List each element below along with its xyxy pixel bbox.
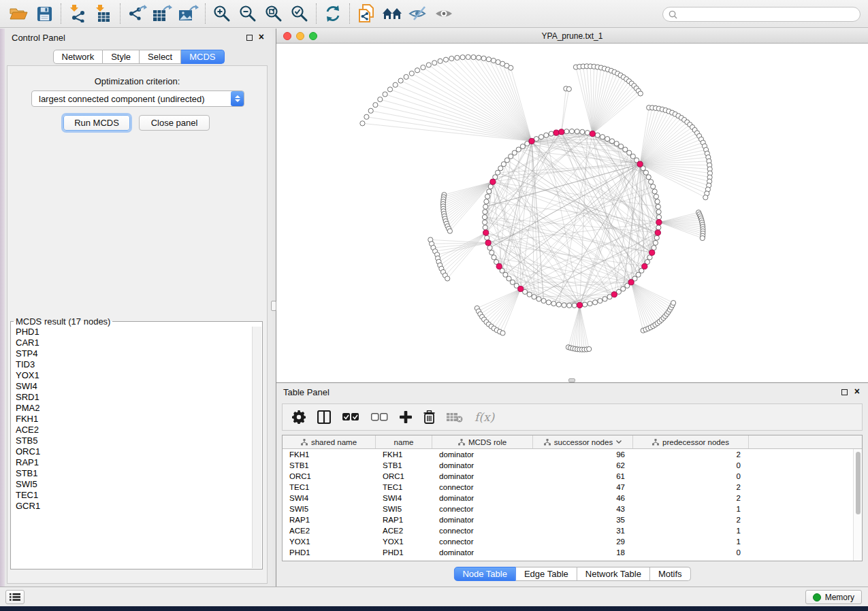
table-row[interactable]: STB1STB1dominator620	[283, 460, 853, 471]
network-node[interactable]	[364, 114, 369, 119]
network-node[interactable]	[481, 56, 486, 61]
network-node[interactable]	[562, 303, 566, 308]
table-settings-button[interactable]	[292, 407, 306, 427]
dominator-node[interactable]	[611, 292, 617, 297]
network-node[interactable]	[656, 215, 661, 220]
mcds-result-item[interactable]: PHD1	[12, 327, 252, 337]
tab-select[interactable]: Select	[140, 50, 181, 64]
network-node[interactable]	[551, 301, 556, 306]
scrollbar-thumb[interactable]	[856, 452, 861, 514]
network-node[interactable]	[585, 131, 590, 135]
network-node[interactable]	[532, 295, 536, 299]
dominator-node[interactable]	[518, 286, 524, 292]
network-node[interactable]	[520, 144, 525, 149]
export-network-button[interactable]	[124, 2, 150, 25]
close-panel-icon[interactable]: ×	[854, 386, 860, 397]
network-node[interactable]	[656, 225, 661, 230]
mcds-result-item[interactable]: PMA2	[12, 403, 252, 414]
neighbors-button[interactable]	[379, 2, 405, 25]
network-node[interactable]	[609, 139, 614, 144]
network-node[interactable]	[643, 170, 648, 175]
mcds-list-scrollbar[interactable]	[252, 327, 261, 568]
network-node[interactable]	[455, 55, 460, 60]
mcds-result-item[interactable]: STP4	[12, 348, 252, 359]
network-node[interactable]	[544, 133, 549, 137]
network-node[interactable]	[587, 346, 592, 351]
mcds-result-item[interactable]: TID3	[12, 359, 252, 370]
network-node[interactable]	[652, 189, 657, 194]
network-node[interactable]	[539, 135, 543, 139]
tab-network[interactable]: Network	[52, 50, 103, 64]
network-node[interactable]	[567, 303, 572, 308]
network-node[interactable]	[588, 301, 592, 306]
network-node[interactable]	[415, 68, 419, 73]
splitter-handle[interactable]	[271, 301, 276, 311]
mcds-result-item[interactable]: CAR1	[12, 337, 252, 348]
mcds-result-item[interactable]: YOX1	[12, 370, 252, 381]
dominator-node[interactable]	[553, 130, 559, 135]
mcds-result-item[interactable]: TEC1	[12, 490, 252, 501]
network-node[interactable]	[496, 170, 500, 175]
table-row[interactable]: TEC1TEC1connector472	[283, 482, 853, 493]
open-session-button[interactable]	[5, 2, 31, 25]
dominator-node[interactable]	[496, 263, 502, 269]
dominator-node[interactable]	[642, 263, 647, 269]
hide-selected-button[interactable]	[405, 2, 431, 25]
network-node[interactable]	[482, 215, 487, 220]
dominator-node[interactable]	[559, 129, 564, 135]
zoom-selected-button[interactable]	[287, 2, 312, 25]
tab-motifs[interactable]: Motifs	[650, 567, 691, 581]
network-node[interactable]	[438, 59, 443, 63]
dominator-node[interactable]	[590, 131, 595, 137]
table-row[interactable]: RAP1RAP1dominator352	[283, 514, 853, 525]
network-node[interactable]	[409, 71, 414, 76]
network-node[interactable]	[443, 57, 448, 62]
save-session-button[interactable]	[31, 2, 57, 25]
run-mcds-button[interactable]: Run MCDS	[63, 115, 130, 131]
float-panel-icon[interactable]	[841, 389, 848, 395]
network-node[interactable]	[655, 199, 660, 204]
network-node[interactable]	[654, 235, 659, 240]
zoom-in-button[interactable]	[209, 2, 235, 25]
network-node[interactable]	[549, 131, 553, 136]
network-node[interactable]	[605, 137, 610, 142]
network-node[interactable]	[373, 103, 378, 108]
network-node[interactable]	[487, 189, 492, 194]
network-node[interactable]	[598, 299, 602, 303]
network-node[interactable]	[483, 204, 488, 209]
network-node[interactable]	[445, 276, 450, 281]
table-row[interactable]: FKH1FKH1dominator962	[283, 449, 853, 460]
network-node[interactable]	[483, 220, 487, 225]
network-node[interactable]	[536, 297, 541, 301]
network-node[interactable]	[485, 235, 489, 240]
dominator-node[interactable]	[485, 240, 491, 246]
network-node[interactable]	[619, 144, 624, 149]
network-node[interactable]	[387, 87, 392, 92]
show-all-button[interactable]	[431, 2, 457, 25]
search-field[interactable]	[662, 7, 861, 22]
column-header-shared-name[interactable]: shared name	[283, 435, 376, 448]
network-node[interactable]	[653, 240, 658, 245]
zoom-fit-button[interactable]	[261, 2, 287, 25]
network-node[interactable]	[527, 292, 532, 297]
network-node[interactable]	[460, 55, 465, 60]
network-node[interactable]	[614, 142, 619, 146]
tab-mcds[interactable]: MCDS	[181, 50, 224, 64]
network-node[interactable]	[600, 135, 605, 139]
dominator-node[interactable]	[655, 230, 660, 235]
mcds-result-item[interactable]: ORC1	[12, 446, 252, 457]
function-builder-button[interactable]: f(x)	[475, 407, 494, 427]
network-node[interactable]	[485, 194, 490, 199]
network-node[interactable]	[492, 255, 496, 260]
table-row[interactable]: YOX1YOX1connector291	[283, 536, 853, 547]
column-header-name[interactable]: name	[376, 435, 432, 448]
network-node[interactable]	[621, 286, 626, 291]
network-node[interactable]	[491, 58, 496, 63]
network-node[interactable]	[393, 82, 398, 87]
table-row[interactable]: PHD1PHD1dominator180	[283, 547, 853, 558]
network-node[interactable]	[501, 162, 506, 167]
network-node[interactable]	[477, 55, 481, 60]
import-table-button[interactable]	[91, 2, 116, 25]
mcds-result-item[interactable]: GCR1	[12, 501, 252, 512]
mcds-result-item[interactable]: SWI4	[12, 381, 252, 392]
